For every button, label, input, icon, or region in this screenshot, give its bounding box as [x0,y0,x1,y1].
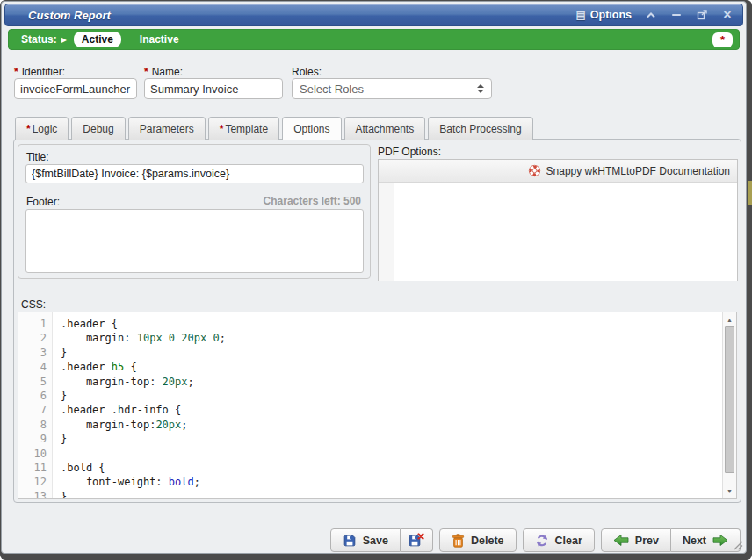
name-input[interactable] [144,78,283,99]
status-active-button[interactable]: Active [74,32,121,47]
tab-label: Logic [33,123,58,135]
arrow-left-icon [613,534,629,547]
code-text: font-weight: bold; [53,475,200,489]
code-text: .header { [53,317,118,331]
roles-select-value: Select Roles [300,83,364,96]
titlebar: Custom Report ▤ Options × [4,4,743,26]
save-remove-button[interactable] [401,528,433,552]
code-line: 8 margin-top:20px; [18,418,722,432]
line-number: 11 [18,461,53,475]
scroll-up-button[interactable]: ▲ [723,313,736,326]
window-frame: Custom Report ▤ Options × [0,0,752,560]
title-label: Title: [26,151,49,163]
tab-attachments[interactable]: Attachments [344,117,426,140]
line-number: 4 [18,360,53,374]
code-line: 3} [18,346,722,360]
custom-report-window: Custom Report ▤ Options × [1,1,747,554]
delete-button[interactable]: Delete [439,528,517,552]
scroll-down-button[interactable]: ▼ [723,485,736,497]
title-input[interactable] [25,164,364,183]
floppy-x-icon [409,533,424,548]
line-number: 5 [18,375,53,389]
css-code-lines: 1.header {2 margin: 10px 0 20px 0;3}4.he… [18,317,722,499]
code-text: } [53,490,67,499]
save-button-label: Save [363,535,388,547]
save-button[interactable]: Save [330,528,401,552]
characters-left-counter: Characters left: 500 [264,195,361,207]
code-text: margin-top:20px; [53,418,188,432]
identifier-label: *Identifier: [14,66,65,78]
tab-parameters[interactable]: Parameters [128,117,206,140]
required-badge[interactable]: * [712,32,733,47]
code-line: 2 margin: 10px 0 20px 0; [18,331,722,345]
tab-label: Debug [83,123,113,135]
popout-icon[interactable] [696,9,708,21]
pdf-options-label: PDF Options: [378,146,441,158]
code-text: .header h5 { [53,360,137,374]
titlebar-controls: ▤ Options × [575,4,734,25]
footer-separator [2,521,746,521]
code-text: .header .hdr-info { [53,403,181,417]
code-text: .bold { [53,461,105,475]
trash-icon [452,534,465,548]
close-icon[interactable]: × [721,9,734,21]
scrollbar-thumb[interactable] [725,326,734,473]
code-line: 9} [18,432,722,446]
tab-label: Attachments [356,123,415,135]
required-asterisk-icon: * [220,123,224,135]
select-arrows-icon [477,84,484,93]
tab-template[interactable]: *Template [208,117,279,140]
code-text [53,447,61,461]
pdf-options-editor[interactable] [379,183,737,281]
list-icon: ▤ [575,9,585,21]
code-line: 4.header h5 { [18,360,722,374]
options-menu-label: Options [590,9,632,21]
tab-options[interactable]: Options [282,117,341,140]
footer-textarea[interactable] [25,209,364,273]
status-label: Status: [21,33,57,46]
line-number: 1 [18,317,53,331]
minimize-icon[interactable] [670,9,683,21]
clear-button-label: Clear [555,535,582,547]
line-number: 2 [18,331,53,345]
pdf-options-box: Snappy wkHTMLtoPDF Documentation [378,159,738,281]
tab-debug[interactable]: Debug [71,117,125,140]
tab-batch-processing[interactable]: Batch Processing [428,117,532,140]
options-menu[interactable]: ▤ Options [575,9,632,21]
footer-label: Footer: [26,196,60,208]
required-asterisk-icon: * [26,123,31,135]
css-editor[interactable]: 1.header {2 margin: 10px 0 20px 0;3}4.he… [18,312,737,499]
prev-button[interactable]: Prev [601,528,671,552]
tab-logic[interactable]: *Logic [15,117,69,140]
next-button-label: Next [683,535,706,547]
footer-toolbar: Save [330,528,741,552]
next-button[interactable]: Next [671,528,741,552]
code-line: 6} [18,389,722,403]
line-number: 13 [18,490,53,499]
resize-grip[interactable] [733,540,743,550]
code-line: 12 font-weight: bold; [18,475,722,489]
status-arrow-icon: ▶ [61,36,67,44]
css-editor-scrollbar[interactable]: ▲ ▼ [722,312,736,498]
window-title: Custom Report [28,9,111,22]
collapse-chevron-up-icon[interactable] [645,9,657,21]
nav-button-group: Prev Next [601,528,741,552]
pdf-documentation-link[interactable]: Snappy wkHTMLtoPDF Documentation [546,165,730,177]
tab-label: Template [225,123,268,135]
line-number: 10 [18,447,53,461]
roles-label: Roles: [292,66,322,78]
pdf-editor-gutter [379,183,394,281]
code-text: } [53,346,67,360]
line-number: 7 [18,403,53,417]
prev-button-label: Prev [635,535,659,547]
clear-button[interactable]: Clear [523,528,595,552]
code-text: margin-top: 20px; [53,375,194,389]
code-text: } [53,432,67,446]
line-number: 8 [18,418,53,432]
roles-select[interactable]: Select Roles [292,78,492,99]
tab-label: Batch Processing [439,123,521,135]
status-inactive-button[interactable]: Inactive [132,32,187,47]
identifier-input[interactable] [14,78,137,99]
refresh-arrows-icon [535,534,549,548]
required-asterisk-icon: * [144,66,148,78]
